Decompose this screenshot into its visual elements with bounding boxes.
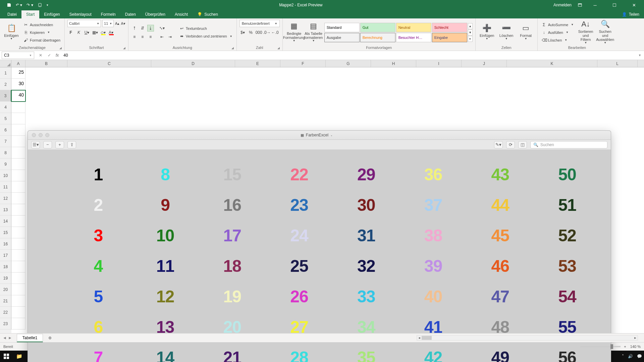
save-icon[interactable] (7, 3, 11, 7)
cell-style-option[interactable]: Schlecht (432, 23, 467, 32)
ribbon-tab-ansicht[interactable]: Ansicht (170, 10, 193, 18)
indent-increase-icon[interactable]: ⇥ (167, 34, 173, 40)
comma-icon[interactable]: 000 (256, 29, 262, 36)
dialog-launcher-icon[interactable]: ◢ (59, 46, 62, 50)
expand-formula-bar-icon[interactable]: ▼ (636, 54, 644, 57)
cell[interactable] (11, 295, 25, 307)
delete-cells-button[interactable]: ➖Löschen▼ (498, 21, 515, 44)
signin-link[interactable]: Anmelden (553, 3, 572, 7)
accept-formula-icon[interactable]: ✓ (46, 53, 52, 58)
percent-icon[interactable]: % (248, 29, 254, 36)
sheet-nav-next-icon[interactable]: ► (8, 336, 12, 340)
start-button[interactable] (0, 351, 13, 362)
column-header[interactable]: L (597, 60, 638, 67)
ribbon-tab-seitenlayout[interactable]: Seitenlayout (65, 10, 96, 18)
cell[interactable] (11, 250, 25, 261)
ribbon-tab-formeln[interactable]: Formeln (96, 10, 120, 18)
conditional-formatting-button[interactable]: ▦Bedingte Formatierung▼ (285, 21, 303, 44)
zoom-in-icon[interactable]: + (55, 141, 64, 148)
cell-style-option[interactable]: Gut (360, 23, 395, 32)
row-header[interactable]: 12 (0, 193, 11, 204)
close-button[interactable]: ✕ (627, 3, 641, 8)
align-left-icon[interactable]: ≡ (131, 34, 138, 40)
row-header[interactable]: 2 (0, 79, 11, 90)
underline-button[interactable]: U▾ (84, 29, 90, 36)
column-header[interactable]: B (25, 60, 67, 67)
font-color-button[interactable]: A▾ (108, 29, 114, 36)
cell[interactable] (11, 124, 25, 136)
cell[interactable]: 25 (11, 67, 25, 79)
autosum-button[interactable]: ΣAutoSumme▼ (540, 21, 575, 28)
tray-expand-icon[interactable]: ˄ (622, 354, 624, 359)
row-header[interactable]: 22 (0, 307, 11, 318)
sidebar-toggle-icon[interactable]: ☰▾ (31, 141, 40, 148)
format-painter-button[interactable]: 🖌Format übertragen (22, 37, 62, 44)
fill-button[interactable]: ↓Ausfüllen▼ (540, 29, 575, 36)
column-header[interactable]: H (371, 60, 416, 67)
dialog-launcher-icon[interactable]: ◢ (231, 46, 234, 50)
cell[interactable]: 40 (11, 90, 25, 102)
row-header[interactable]: 21 (0, 295, 11, 307)
cell[interactable] (11, 216, 25, 227)
row-header[interactable]: 8 (0, 147, 11, 159)
ribbon-tab-einfügen[interactable]: Einfügen (39, 10, 64, 18)
indent-decrease-icon[interactable]: ⇤ (159, 34, 165, 40)
scroll-thumb[interactable] (422, 336, 432, 340)
align-middle-icon[interactable]: ⇵ (139, 25, 146, 32)
zoom-out-icon[interactable]: − (43, 141, 52, 148)
align-bottom-icon[interactable]: ⭳ (147, 25, 154, 32)
ribbon-tab-überprüfen[interactable]: Überprüfen (141, 10, 170, 18)
share-button[interactable]: 👤 Teilen (617, 10, 644, 18)
redo-icon[interactable]: ↷ ▾ (26, 3, 33, 7)
crop-icon[interactable]: ◫ (518, 141, 527, 148)
chevron-down-icon[interactable]: ⌄ (330, 134, 333, 137)
zoom-thumb[interactable] (610, 344, 613, 349)
cell-styles-gallery[interactable]: StandardGutNeutralSchlechtAusgabeBerechn… (324, 23, 467, 42)
cell[interactable] (11, 113, 25, 124)
format-as-table-button[interactable]: ▤Als Tabelle formatieren▼ (305, 21, 322, 44)
maximize-button[interactable]: ☐ (608, 3, 621, 8)
clear-button[interactable]: ⌫Löschen▼ (540, 37, 575, 44)
cell[interactable] (11, 181, 25, 193)
row-header[interactable]: 3 (0, 90, 11, 102)
cancel-formula-icon[interactable]: ✕ (38, 53, 44, 58)
fill-color-button[interactable]: ◇▾ (100, 29, 106, 36)
minimize-button[interactable]: ─ (588, 3, 602, 8)
gallery-more-icon[interactable]: ▾ (468, 36, 473, 42)
ribbon-tab-start[interactable]: Start (21, 10, 39, 18)
find-select-button[interactable]: 🔍Suchen und Auswählen▼ (596, 21, 614, 44)
traffic-close-icon[interactable] (32, 133, 36, 137)
traffic-max-icon[interactable] (45, 133, 49, 137)
undo-icon[interactable]: ↶ ▾ (16, 3, 22, 7)
scroll-right-icon[interactable]: ► (633, 336, 638, 340)
row-header[interactable]: 17 (0, 250, 11, 261)
ribbon-tab-daten[interactable]: Daten (120, 10, 141, 18)
zoom-slider[interactable] (580, 346, 621, 347)
row-header[interactable]: 23 (0, 318, 11, 329)
cell[interactable] (11, 159, 25, 170)
column-header[interactable]: G (326, 60, 371, 67)
sort-filter-button[interactable]: A↓Sortieren und Filtern▼ (577, 21, 594, 44)
increase-decimal-icon[interactable]: .0→ (264, 29, 270, 36)
cell[interactable] (11, 284, 25, 295)
preview-search[interactable]: 🔍 Suchen (530, 141, 607, 148)
column-header[interactable]: D (151, 60, 235, 67)
tell-me-search[interactable]: 💡 Suchen (193, 10, 223, 18)
cell-style-option[interactable]: Neutral (396, 23, 431, 32)
cut-button[interactable]: ✂Ausschneiden (22, 21, 62, 28)
tray-notifications-icon[interactable]: 💬 (637, 354, 642, 359)
select-all-corner[interactable] (0, 60, 11, 67)
cell[interactable] (11, 147, 25, 159)
cell[interactable] (11, 261, 25, 273)
cell-style-option[interactable]: Besuchter H… (396, 33, 431, 42)
format-cells-button[interactable]: ▭Format▼ (517, 21, 535, 44)
horizontal-scrollbar[interactable]: ◄ ► (417, 335, 638, 341)
cell[interactable] (11, 307, 25, 318)
orientation-icon[interactable]: ⤡▾ (159, 25, 165, 32)
cell[interactable] (11, 273, 25, 284)
number-format-combo[interactable]: Benutzerdefiniert▼ (239, 20, 280, 27)
row-header[interactable]: 6 (0, 124, 11, 136)
row-header[interactable]: 4 (0, 102, 11, 113)
font-size-combo[interactable]: 11▼ (102, 20, 114, 27)
fx-icon[interactable]: fx (56, 53, 59, 58)
